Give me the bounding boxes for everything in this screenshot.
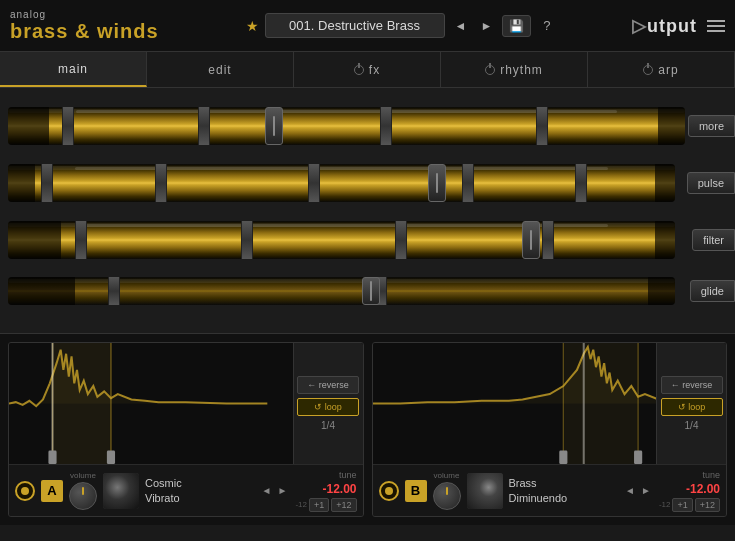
panel-b-reverse-button[interactable]: ← reverse xyxy=(661,376,723,394)
panel-a-next-inst-button[interactable]: ► xyxy=(275,483,289,498)
slider-thumb-more[interactable] xyxy=(265,107,283,145)
panel-a-loop-button[interactable]: ↺ loop xyxy=(297,398,359,416)
panel-a-fraction: 1/4 xyxy=(321,420,335,431)
panel-b-power-icon xyxy=(385,487,393,495)
tab-rhythm-power-icon xyxy=(485,65,495,75)
panel-b-letter-badge: B xyxy=(405,480,427,502)
tube-joint-pulse-3 xyxy=(308,164,320,202)
panel-b-tune-section: tune -12.00 -12 +1 +12 xyxy=(659,470,720,512)
panel-a-power-icon xyxy=(21,487,29,495)
panel-b-controls: ← reverse ↺ loop 1/4 xyxy=(656,343,726,464)
panel-b-tune-controls: -12 +1 +12 xyxy=(659,498,720,512)
panel-b-volume-knob[interactable] xyxy=(433,482,461,510)
sliders-area: more pulse xyxy=(0,88,735,333)
panel-a-volume-knob[interactable] xyxy=(69,482,97,510)
tube-dark-more-left xyxy=(8,107,49,145)
tube-joint-more-2 xyxy=(198,107,210,145)
logo-main: brass & winds xyxy=(10,20,170,43)
panel-a-volume-label: volume xyxy=(70,471,96,480)
slider-filter-button[interactable]: filter xyxy=(692,229,735,251)
tab-edit[interactable]: edit xyxy=(147,52,294,87)
header: analog brass & winds ★ 001. Destructive … xyxy=(0,0,735,52)
panel-b-tune-value: -12.00 xyxy=(686,482,720,496)
tube-joint-pulse-5 xyxy=(575,164,587,202)
tube-joint-filter-4 xyxy=(542,221,554,259)
tube-dark-filter-right xyxy=(655,221,675,259)
output-logo: ▷utput xyxy=(632,15,697,37)
panel-a-tune-plus12-button[interactable]: +12 xyxy=(331,498,356,512)
tab-rhythm[interactable]: rhythm xyxy=(441,52,588,87)
tube-dark-pulse-left xyxy=(8,164,35,202)
panel-b-fraction: 1/4 xyxy=(685,420,699,431)
panel-a-waveform[interactable]: ← reverse ↺ loop 1/4 xyxy=(9,343,363,464)
panel-a-tune-min-label: -12 xyxy=(295,500,307,509)
preset-name-display: 001. Destructive Brass xyxy=(265,13,445,38)
tab-bar: main edit fx rhythm arp xyxy=(0,52,735,88)
panel-b-tune-plus12-button[interactable]: +12 xyxy=(695,498,720,512)
preset-next-button[interactable]: ► xyxy=(476,17,496,35)
panel-b-power-button[interactable] xyxy=(379,481,399,501)
tube-joint-pulse-2 xyxy=(155,164,167,202)
reverse-b-label: ← reverse xyxy=(671,380,713,390)
panel-a-prev-inst-button[interactable]: ◄ xyxy=(260,483,274,498)
slider-row-glide: glide xyxy=(0,269,735,313)
loop-a-label: ↺ loop xyxy=(314,402,342,412)
tab-fx[interactable]: fx xyxy=(294,52,441,87)
panel-a-tune-section: tune -12.00 -12 +1 +12 xyxy=(295,470,356,512)
tube-dark-more-right xyxy=(658,107,685,145)
tube-dark-glide-right xyxy=(648,277,675,305)
logo-area: analog brass & winds xyxy=(10,9,170,43)
slider-row-more: more xyxy=(0,98,735,153)
tube-joint-filter-2 xyxy=(241,221,253,259)
panel-b-tune-label: tune xyxy=(702,470,720,480)
svg-rect-5 xyxy=(107,451,115,464)
tube-dark-glide-left xyxy=(8,277,75,305)
star-icon[interactable]: ★ xyxy=(246,18,259,34)
tab-arp-power-icon xyxy=(643,65,653,75)
menu-button[interactable] xyxy=(707,20,725,32)
preset-save-button[interactable]: 💾 xyxy=(502,15,531,37)
hamburger-line-3 xyxy=(707,30,725,32)
tab-arp[interactable]: arp xyxy=(588,52,735,87)
help-button[interactable]: ? xyxy=(537,16,556,35)
panel-a-tune-controls: -12 +1 +12 xyxy=(295,498,356,512)
panel-b-inst-arrows: ◄ ► xyxy=(623,483,653,498)
loop-b-label: ↺ loop xyxy=(678,402,706,412)
panel-a: ← reverse ↺ loop 1/4 A volume Cosmic Vib xyxy=(8,342,364,517)
slider-glide-button[interactable]: glide xyxy=(690,280,735,302)
panel-b-next-inst-button[interactable]: ► xyxy=(639,483,653,498)
slider-thumb-filter[interactable] xyxy=(522,221,540,259)
panel-b-instrument-name: Brass Diminuendo xyxy=(509,476,618,505)
panel-a-reverse-button[interactable]: ← reverse xyxy=(297,376,359,394)
panel-b-volume-wrap: volume xyxy=(433,471,461,510)
slider-pulse-button[interactable]: pulse xyxy=(687,172,735,194)
panel-b-waveform[interactable]: ← reverse ↺ loop 1/4 xyxy=(373,343,727,464)
slider-pulse-track[interactable] xyxy=(8,164,675,202)
slider-more-button[interactable]: more xyxy=(688,115,735,137)
panel-a-instrument-name: Cosmic Vibrato xyxy=(145,476,254,505)
tab-main-label: main xyxy=(58,62,88,76)
panel-a-instrument-thumb xyxy=(103,473,139,509)
panel-a-power-button[interactable] xyxy=(15,481,35,501)
tab-main[interactable]: main xyxy=(0,52,147,87)
panel-b-loop-button[interactable]: ↺ loop xyxy=(661,398,723,416)
panel-a-controls: ← reverse ↺ loop 1/4 xyxy=(293,343,363,464)
slider-row-filter: filter xyxy=(0,212,735,267)
panel-a-tune-value: -12.00 xyxy=(322,482,356,496)
panel-a-tune-plus1-button[interactable]: +1 xyxy=(309,498,329,512)
slider-thumb-glide[interactable] xyxy=(362,277,380,305)
slider-thumb-pulse[interactable] xyxy=(428,164,446,202)
panel-b-prev-inst-button[interactable]: ◄ xyxy=(623,483,637,498)
panel-b: ← reverse ↺ loop 1/4 B volume Brass Dimi xyxy=(372,342,728,517)
panel-b-tune-min-label: -12 xyxy=(659,500,671,509)
panel-b-tune-plus1-button[interactable]: +1 xyxy=(672,498,692,512)
slider-filter-track[interactable] xyxy=(8,221,675,259)
tube-dark-filter-left xyxy=(8,221,61,259)
slider-glide-track[interactable] xyxy=(8,277,675,305)
svg-rect-4 xyxy=(48,451,56,464)
panel-a-thumb-inner xyxy=(103,473,139,509)
bottom-panels: ← reverse ↺ loop 1/4 A volume Cosmic Vib xyxy=(0,333,735,525)
slider-more-track[interactable] xyxy=(8,107,685,145)
tab-rhythm-label: rhythm xyxy=(500,63,543,77)
preset-prev-button[interactable]: ◄ xyxy=(451,17,471,35)
